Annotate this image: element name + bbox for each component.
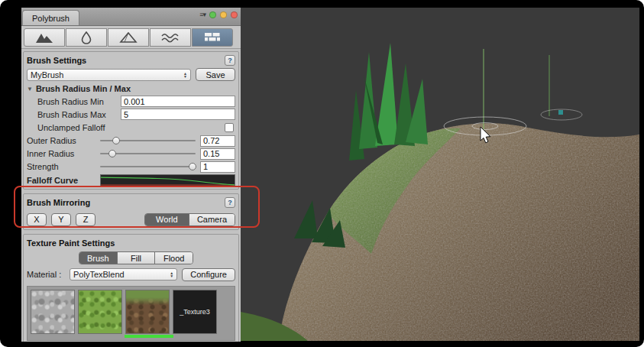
maximize-button[interactable] — [220, 11, 227, 18]
texture-paint-section: Texture Paint Settings Brush Fill Flood … — [23, 234, 239, 342]
material-dropdown[interactable]: PolyTexBlend ▲▼ — [70, 268, 177, 281]
mirror-y-button[interactable]: Y — [51, 213, 71, 226]
app-frame: Polybrush ≡▾ — [0, 0, 644, 347]
triangle-icon — [118, 31, 138, 44]
inner-radius-label: Inner Radius — [27, 149, 100, 158]
outer-radius-field[interactable] — [200, 135, 235, 147]
help-icon[interactable]: ? — [225, 197, 235, 208]
mode-brush-button[interactable]: Brush — [79, 252, 118, 264]
brush-mirroring-title: Brush Mirroring — [27, 198, 90, 207]
mirroring-controls: X Y Z World Camera — [27, 212, 235, 227]
material-row: Material : PolyTexBlend ▲▼ Configure — [27, 267, 235, 282]
falloff-curve-row: Falloff Curve — [27, 174, 235, 186]
save-button[interactable]: Save — [196, 68, 235, 81]
scene-view[interactable] — [241, 8, 639, 341]
outer-radius-slider[interactable] — [100, 135, 196, 146]
window-titlebar: Polybrush ≡▾ — [21, 8, 241, 26]
unclamped-falloff-checkbox[interactable] — [225, 123, 234, 132]
mode-toolbar — [21, 26, 241, 49]
paint-color-tool-button[interactable] — [108, 28, 149, 47]
brush-radius-min-row: Brush Radius Min — [27, 96, 235, 107]
brush-radius-max-label: Brush Radius Max — [27, 110, 121, 119]
brush-settings-section: Brush Settings ? MyBrush ▲▼ Save ▼ Brush… — [23, 51, 239, 190]
unclamped-falloff-label: Unclamped Falloff — [27, 123, 225, 132]
paint-mode-segmented: Brush Fill Flood — [79, 251, 193, 264]
mirror-space-camera-button[interactable]: Camera — [189, 214, 235, 225]
configure-button[interactable]: Configure — [182, 268, 235, 281]
sculpt-tool-button[interactable] — [24, 28, 65, 47]
brush-mirroring-section: Brush Mirroring ? X Y Z World Camera — [23, 193, 239, 230]
strength-label: Strength — [27, 162, 100, 171]
brush-radius-foldout[interactable]: ▼ Brush Radius Min / Max — [27, 83, 235, 94]
texture-blend-progress — [125, 335, 173, 338]
texture-swatch-rock[interactable] — [31, 290, 75, 334]
brush-preset-dropdown[interactable]: MyBrush ▲▼ — [27, 69, 191, 81]
chevron-up-down-icon: ▲▼ — [170, 271, 173, 277]
brush-radius-max-field[interactable] — [121, 109, 235, 120]
outer-radius-label: Outer Radius — [27, 136, 100, 145]
minimize-button[interactable] — [209, 11, 216, 18]
smooth-tool-button[interactable] — [66, 28, 107, 47]
texture-swatch-dirt[interactable] — [125, 290, 170, 334]
texture-paint-title: Texture Paint Settings — [27, 238, 115, 248]
foldout-arrow-icon: ▼ — [27, 86, 33, 92]
window-title: Polybrush — [32, 14, 70, 23]
chevron-up-down-icon: ▲▼ — [183, 72, 187, 78]
brush-settings-title: Brush Settings — [27, 56, 86, 65]
brush-radius-foldout-label: Brush Radius Min / Max — [36, 84, 131, 93]
panel-body: Brush Settings ? MyBrush ▲▼ Save ▼ Brush… — [21, 49, 241, 342]
paint-texture-tool-button[interactable] — [192, 28, 233, 47]
help-icon[interactable]: ? — [225, 55, 235, 66]
mountain-icon — [34, 31, 54, 44]
wave-icon — [160, 31, 180, 44]
bricks-icon — [202, 31, 222, 44]
material-label: Material : — [27, 270, 70, 279]
texture-palette: _Texture3 — [27, 286, 235, 341]
texture3-label: _Texture3 — [180, 308, 210, 316]
outer-radius-row: Outer Radius — [27, 135, 235, 146]
mirror-z-button[interactable]: Z — [76, 213, 95, 226]
slider-handle[interactable] — [108, 150, 116, 157]
scatter-marker — [558, 110, 563, 115]
brush-preset-value: MyBrush — [31, 70, 180, 79]
grass-blades — [349, 43, 428, 161]
falloff-curve-field[interactable] — [100, 174, 235, 186]
strength-slider[interactable] — [100, 161, 196, 172]
strength-row: Strength — [27, 161, 235, 172]
droplet-icon — [76, 31, 96, 44]
inner-radius-row: Inner Radius — [27, 148, 235, 159]
falloff-curve-label: Falloff Curve — [27, 176, 100, 185]
material-value: PolyTexBlend — [73, 270, 167, 279]
inner-radius-field[interactable] — [200, 148, 235, 160]
scatter-tool-button[interactable] — [150, 28, 191, 47]
inner-radius-slider[interactable] — [100, 148, 196, 159]
mirror-space-world-button[interactable]: World — [145, 214, 189, 225]
slider-track — [100, 166, 196, 167]
texture-swatch-grass[interactable] — [78, 290, 122, 334]
close-button[interactable] — [231, 11, 238, 18]
brush-radius-min-label: Brush Radius Min — [27, 97, 121, 106]
window-controls: ≡▾ — [199, 11, 238, 18]
texture-swatch-texture3[interactable]: _Texture3 — [173, 290, 217, 334]
polybrush-tab[interactable]: Polybrush — [22, 10, 79, 25]
mirror-space-segmented: World Camera — [144, 213, 235, 226]
polybrush-panel: Polybrush ≡▾ — [21, 8, 241, 342]
slider-handle[interactable] — [112, 137, 120, 144]
mode-flood-button[interactable]: Flood — [155, 252, 193, 264]
mode-fill-button[interactable]: Fill — [118, 252, 156, 264]
window-menu-icon[interactable]: ≡▾ — [199, 11, 205, 18]
unclamped-falloff-row: Unclamped Falloff — [27, 122, 235, 133]
brush-radius-max-row: Brush Radius Max — [27, 109, 235, 120]
mirror-x-button[interactable]: X — [27, 213, 47, 226]
slider-handle[interactable] — [189, 163, 196, 170]
brush-radius-min-field[interactable] — [121, 96, 235, 107]
strength-field[interactable] — [200, 161, 235, 173]
